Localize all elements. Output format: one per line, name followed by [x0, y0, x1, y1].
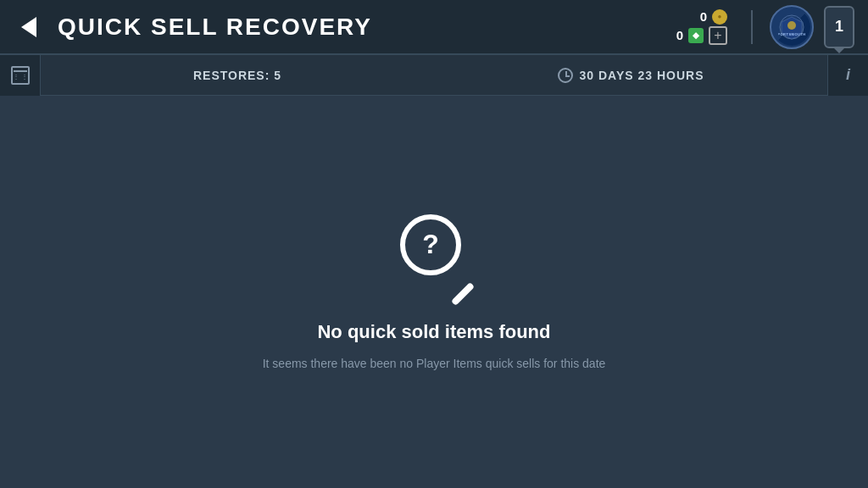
header: QUICK SELL RECOVERY 0 ● 0 ◆ + PORTSMOUTH [0, 0, 868, 55]
empty-state-icon: ? [392, 214, 476, 308]
points-row: 0 ◆ + [676, 26, 727, 45]
svg-text:PORTSMOUTH: PORTSMOUTH [778, 32, 805, 36]
header-divider [751, 10, 753, 44]
info-icon: i [846, 66, 850, 84]
user-level: 1 [835, 18, 843, 36]
coin-icon: ● [712, 9, 727, 25]
header-left: QUICK SELL RECOVERY [14, 12, 372, 42]
currency-section: 0 ● 0 ◆ + [676, 9, 727, 45]
club-badge: PORTSMOUTH [770, 5, 814, 49]
back-arrow-icon [21, 17, 36, 37]
points-icon: ◆ [688, 28, 704, 43]
points-amount: 0 [676, 28, 683, 42]
clock-icon [558, 68, 573, 83]
back-button[interactable] [14, 12, 44, 42]
coins-amount: 0 [700, 9, 707, 24]
calendar-icon [11, 66, 30, 85]
user-level-badge: 1 [824, 6, 854, 48]
toolbar: RESTORES: 5 30 DAYS 23 HOURS i [0, 55, 868, 96]
magnify-circle: ? [400, 214, 461, 275]
club-badge-inner: PORTSMOUTH [773, 8, 810, 46]
timer-label: 30 DAYS 23 HOURS [580, 69, 704, 82]
timer-section: 30 DAYS 23 HOURS [434, 68, 827, 83]
header-right: 0 ● 0 ◆ + PORTSMOUTH 1 [676, 5, 854, 49]
page-title: QUICK SELL RECOVERY [58, 14, 372, 41]
add-currency-button[interactable]: + [709, 26, 727, 45]
restores-section: RESTORES: 5 [41, 69, 434, 82]
level-arrow-icon [832, 47, 846, 53]
info-button[interactable]: i [827, 55, 868, 96]
restores-label: RESTORES: 5 [193, 69, 281, 82]
magnify-handle-icon [451, 281, 475, 305]
calendar-button[interactable] [0, 55, 41, 96]
svg-point-1 [787, 21, 796, 30]
club-crest-svg: PORTSMOUTH [778, 14, 805, 41]
empty-state-title: No quick sold items found [317, 321, 550, 343]
question-mark-icon: ? [422, 229, 439, 260]
main-content: ? No quick sold items found It seems the… [0, 96, 868, 488]
coins-row: 0 ● [700, 9, 727, 25]
empty-state-subtitle: It seems there have been no Player Items… [263, 357, 606, 370]
